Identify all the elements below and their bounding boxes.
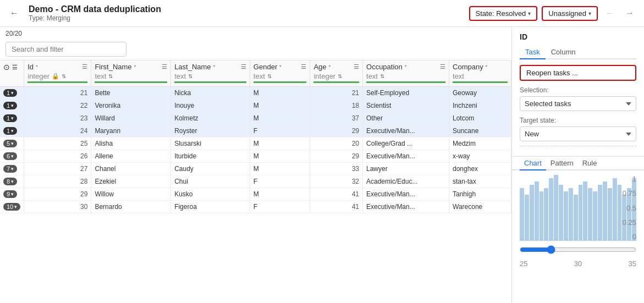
col-gender-sort-icon[interactable]: ⇅	[267, 73, 272, 79]
row-group-cell: 10 ▾	[0, 201, 24, 213]
col-company: Company * text	[449, 60, 511, 87]
col-menu-icon[interactable]: ☰	[12, 64, 18, 71]
cell-age: 29	[310, 125, 363, 137]
cell-first-name: Bernardo	[91, 201, 171, 213]
right-panel: ID Task Column Reopen tasks ... Selectio…	[512, 27, 644, 303]
col-firstname-sort-icon[interactable]: ⇅	[108, 73, 113, 79]
target-dropdown[interactable]: New In Progress Done	[520, 126, 636, 141]
tab-column[interactable]: Column	[546, 46, 581, 59]
back-button[interactable]: ←	[7, 5, 22, 21]
selection-dropdown[interactable]: Selected tasks All tasks Current task	[520, 96, 636, 111]
cell-last-name: Caudy	[171, 163, 250, 175]
cell-last-name: Kolmetz	[171, 112, 250, 125]
expand-all-icon[interactable]: ⊙	[3, 63, 10, 71]
group-badge[interactable]: 10 ▾	[3, 203, 20, 211]
cell-last-name: Slusarski	[171, 137, 250, 150]
cell-occupation: College/Grad ...	[363, 137, 449, 150]
col-lastname-sort-icon[interactable]: ⇅	[188, 73, 192, 79]
group-caret-icon: ▾	[11, 103, 14, 108]
col-occupation: Occupation * ☰ text ⇅	[363, 60, 449, 87]
tab-chart[interactable]: Chart	[520, 157, 546, 170]
title-block: Demo - CRM data deduplication Type: Merg…	[29, 4, 463, 22]
chart-bar	[588, 188, 592, 241]
col-age-sort-icon[interactable]: ⇅	[338, 73, 342, 79]
col-gender-menu-icon[interactable]: ☰	[301, 63, 306, 70]
chart-area: 1 0.75 0.5 0.25 0 25 30 35	[512, 175, 644, 303]
cell-age: 20	[310, 137, 363, 150]
table-row: 1 ▾22VeronikaInouyeM18ScientistInchzeni	[0, 100, 511, 112]
cell-gender: F	[250, 201, 310, 213]
cell-id: 25	[24, 137, 91, 150]
group-badge[interactable]: 1 ▾	[3, 89, 17, 97]
cell-last-name: Figeroa	[171, 201, 250, 213]
group-badge[interactable]: 9 ▾	[3, 190, 17, 198]
y-label-1: 1	[623, 175, 636, 183]
col-id-sort-icon[interactable]: ⇅	[62, 73, 66, 79]
y-label-05: 0.5	[623, 204, 636, 212]
col-lastname-menu-icon[interactable]: ☰	[241, 63, 246, 70]
cell-last-name: Royster	[171, 125, 250, 137]
cell-age: 32	[310, 175, 363, 188]
col-first-name-label: First_Name *	[95, 63, 136, 71]
cell-gender: M	[250, 112, 310, 125]
cell-company: x-way	[449, 150, 511, 163]
cell-company: Medzim	[449, 137, 511, 150]
col-occupation-menu-icon[interactable]: ☰	[440, 63, 445, 70]
cell-id: 21	[24, 87, 91, 100]
col-occupation-label: Occupation *	[366, 63, 407, 71]
search-input[interactable]	[5, 42, 126, 57]
header-actions: State: Resolved ▾ Unassigned ▾ ← →	[469, 5, 637, 21]
group-badge[interactable]: 1 ▾	[3, 102, 17, 109]
group-badge[interactable]: 1 ▾	[3, 114, 17, 122]
cell-occupation: Scientist	[363, 100, 449, 112]
tab-rule[interactable]: Rule	[578, 157, 602, 170]
group-badge[interactable]: 5 ▾	[3, 140, 17, 147]
table-row: 1 ▾24MaryannRoysterF29Executive/Man...Su…	[0, 125, 511, 137]
tab-pattern[interactable]: Pattern	[546, 157, 578, 170]
chart-bar	[544, 188, 548, 241]
col-age-menu-icon[interactable]: ☰	[354, 63, 359, 70]
cell-first-name: Alisha	[91, 137, 171, 150]
row-group-cell: 5 ▾	[0, 137, 24, 150]
chart-bar	[579, 185, 583, 241]
cell-first-name: Veronika	[91, 100, 171, 112]
col-company-type: text	[453, 72, 464, 80]
page-title: Demo - CRM data deduplication	[29, 4, 463, 14]
chart-bar	[608, 188, 612, 241]
tab-task[interactable]: Task	[520, 46, 546, 59]
group-caret-icon: ▾	[11, 90, 14, 96]
group-badge[interactable]: 8 ▾	[3, 178, 17, 185]
lock-icon: 🔒	[52, 73, 59, 80]
group-badge[interactable]: 1 ▾	[3, 127, 17, 135]
group-caret-icon: ▾	[11, 128, 14, 134]
chart-bar	[598, 185, 602, 241]
table-container: ⊙ ☰ Id * ☰	[0, 60, 511, 303]
state-button[interactable]: State: Resolved ▾	[469, 6, 538, 21]
cell-gender: M	[250, 163, 310, 175]
table-row: 1 ▾23WillardKolmetzM37OtherLotcom	[0, 112, 511, 125]
group-badge[interactable]: 6 ▾	[3, 152, 17, 160]
record-count: 20/20	[5, 30, 22, 37]
data-table: ⊙ ☰ Id * ☰	[0, 60, 511, 213]
col-age: Age * ☰ integer ⇅	[310, 60, 363, 87]
cell-first-name: Maryann	[91, 125, 171, 137]
assigned-caret-icon: ▾	[588, 10, 591, 16]
cell-occupation: Executive/Man...	[363, 201, 449, 213]
header: ← Demo - CRM data deduplication Type: Me…	[0, 0, 644, 27]
col-firstname-menu-icon[interactable]: ☰	[162, 63, 167, 70]
row-group-cell: 1 ▾	[0, 125, 24, 137]
nav-next-button[interactable]: →	[622, 5, 637, 21]
cell-company: Geoway	[449, 87, 511, 100]
reopen-tasks-button[interactable]: Reopen tasks ...	[520, 65, 636, 81]
group-badge[interactable]: 7 ▾	[3, 165, 17, 173]
nav-prev-button[interactable]: ←	[602, 5, 618, 21]
assigned-button[interactable]: Unassigned ▾	[542, 6, 598, 21]
col-occupation-sort-icon[interactable]: ⇅	[380, 73, 384, 79]
chart-bar	[535, 181, 539, 241]
cell-company: Warecone	[449, 201, 511, 213]
cell-first-name: Willard	[91, 112, 171, 125]
col-id-menu-icon[interactable]: ☰	[82, 63, 87, 70]
chart-slider[interactable]	[520, 245, 636, 254]
group-caret-icon: ▾	[11, 141, 14, 146]
row-group-cell: 1 ▾	[0, 112, 24, 125]
